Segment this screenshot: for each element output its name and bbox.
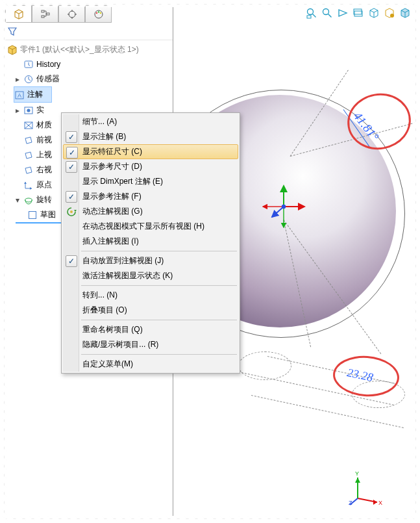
svg-text:Z: Z (349, 500, 352, 506)
svg-point-20 (70, 210, 73, 213)
menu-item[interactable]: 重命名树项目 (Q) (63, 322, 238, 337)
menu-item[interactable]: ✓显示注解 (B) (63, 129, 238, 144)
tree-item-label: 前视 (36, 134, 52, 146)
svg-rect-0 (42, 10, 44, 12)
view-cube-3-icon (399, 7, 411, 21)
filter-row (5, 23, 173, 40)
tree-item-label: 旋转 (36, 194, 52, 205)
menu-item[interactable]: 显示 DimXpert 注解 (E) (63, 174, 238, 189)
funnel-icon[interactable] (8, 27, 17, 36)
menu-item-label: 细节... (A) (82, 116, 117, 127)
zoom-window-icon (306, 7, 317, 21)
menu-item[interactable]: 细节... (A) (63, 114, 238, 129)
menu-item[interactable]: 动态注解视图 (G) (63, 204, 238, 219)
plane-icon (23, 165, 34, 175)
menu-item[interactable]: 转到... (N) (63, 288, 238, 303)
panel-tabs (5, 5, 112, 23)
plane-icon (23, 150, 34, 160)
view-triad: X Y Z (349, 467, 388, 506)
palette-icon (93, 9, 104, 19)
svg-point-21 (308, 8, 314, 14)
tree-item-label: 草图 (40, 209, 56, 220)
menu-item-label: 隐藏/显示树项目... (R) (82, 339, 158, 350)
view-cube-button[interactable] (367, 6, 381, 21)
svg-marker-34 (373, 500, 377, 505)
expander-icon[interactable]: ▸ (14, 75, 21, 84)
appearance-button[interactable] (382, 6, 397, 21)
tab-feature-tree[interactable] (5, 5, 32, 22)
svg-point-23 (323, 8, 329, 14)
menu-separator (81, 320, 237, 320)
origin-icon (23, 180, 34, 190)
checkmark-icon: ✓ (66, 191, 77, 203)
rotate-button[interactable] (336, 6, 350, 21)
history-icon (23, 59, 34, 70)
length-dimension[interactable]: 23.28 (346, 366, 375, 385)
menu-item-label: 折叠项目 (O) (82, 305, 127, 316)
sketch-circle (352, 381, 405, 408)
zoom-extents-button[interactable] (320, 6, 334, 21)
svg-rect-2 (47, 13, 49, 15)
svg-rect-18 (29, 211, 36, 218)
svg-rect-24 (354, 11, 362, 16)
svg-point-17 (25, 198, 32, 202)
svg-marker-19 (74, 210, 77, 212)
menu-item[interactable]: 激活注解视图显示状态 (K) (63, 268, 238, 283)
checkmark-icon: ✓ (66, 161, 77, 173)
menu-item[interactable]: 自定义菜单(M) (63, 357, 238, 372)
menu-item[interactable]: 插入注解视图 (I) (63, 234, 238, 249)
tab-config[interactable] (58, 5, 85, 22)
mat-icon (23, 120, 34, 131)
menu-item[interactable]: ✓显示参考注解 (F) (63, 189, 238, 204)
tree-item-annot[interactable]: ▸A注解 (14, 86, 52, 103)
tree-item-label: 上视 (36, 149, 52, 160)
view-cube-icon (368, 7, 380, 21)
menu-separator (81, 251, 237, 251)
sensor-icon (23, 74, 34, 84)
menu-item[interactable]: ✓显示特征尺寸 (C) (63, 144, 238, 159)
svg-marker-36 (355, 478, 360, 483)
menu-item[interactable]: 在动态视图模式下显示所有视图 (H) (63, 219, 238, 234)
expander-icon[interactable]: ▾ (14, 196, 21, 205)
svg-point-26 (390, 14, 394, 18)
menu-item[interactable]: 折叠项目 (O) (63, 303, 238, 318)
tree-item-history[interactable]: History (6, 57, 171, 71)
checkmark-icon: ✓ (66, 255, 77, 267)
tree-item-label: 注解 (27, 89, 43, 100)
svg-point-5 (95, 12, 97, 13)
svg-rect-25 (354, 9, 362, 14)
menu-item-label: 自定义菜单(M) (82, 359, 133, 370)
tree-root-label: 零件1 (默认<<默认>_显示状态 1>) (20, 44, 139, 55)
view-cube-3-button[interactable] (398, 6, 412, 21)
rev-icon (23, 195, 34, 205)
section-2-icon (352, 7, 364, 21)
zoom-extents-icon (321, 7, 333, 21)
tree-item-label: 传感器 (36, 73, 60, 84)
menu-item-label: 自动放置到注解视图 (J) (82, 255, 164, 266)
menu-item-label: 显示 DimXpert 注解 (E) (82, 176, 163, 187)
tree-item-label: 材质 (36, 120, 52, 131)
menu-item-label: 转到... (N) (82, 290, 117, 301)
svg-text:X: X (378, 500, 382, 506)
tree-item-sensor[interactable]: ▸传感器 (6, 71, 171, 86)
solid-icon (23, 105, 34, 116)
tree-root[interactable]: 零件1 (默认<<默认>_显示状态 1>) (6, 43, 171, 57)
menu-item-label: 激活注解视图显示状态 (K) (82, 270, 173, 281)
tab-appearance[interactable] (85, 5, 112, 22)
appearance-icon (384, 7, 395, 21)
tab-property[interactable] (32, 5, 58, 22)
dynamic-view-icon (66, 207, 77, 217)
menu-item[interactable]: 隐藏/显示树项目... (R) (63, 337, 238, 352)
annot-icon: A (14, 90, 25, 100)
checkmark-icon: ✓ (66, 131, 77, 143)
svg-rect-1 (42, 16, 44, 18)
menu-item[interactable]: ✓自动放置到注解视图 (J) (63, 253, 238, 268)
expander-icon[interactable]: ▸ (14, 106, 21, 115)
section-2-button[interactable] (351, 6, 365, 21)
target-icon (67, 9, 77, 19)
menu-item[interactable]: ✓显示参考尺寸 (D) (63, 159, 238, 174)
cube-icon (14, 9, 24, 19)
zoom-window-button[interactable] (304, 6, 319, 21)
svg-text:Y: Y (355, 470, 359, 477)
tree-item-label: 原点 (36, 179, 52, 190)
